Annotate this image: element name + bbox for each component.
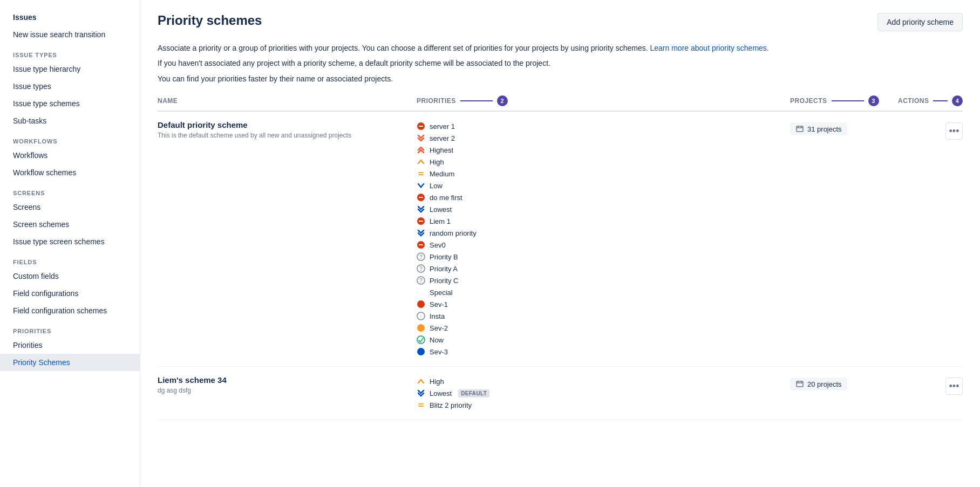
sidebar-item-screen-schemes[interactable]: Screen schemes	[0, 216, 140, 233]
projects-cell: 20 projects	[790, 375, 898, 390]
priority-label: Sev0	[430, 241, 446, 249]
svg-text:?: ?	[419, 278, 423, 284]
svg-rect-1	[419, 126, 423, 127]
priority-item: server 1	[417, 120, 790, 132]
th-name: Name	[158, 95, 417, 106]
svg-rect-3	[418, 174, 424, 175]
priority-item: Lowest	[417, 203, 790, 215]
priority-item: Sev-3	[417, 346, 790, 358]
priority-label: Sev-3	[430, 348, 448, 356]
add-priority-scheme-button[interactable]: Add priority scheme	[877, 13, 963, 31]
sidebar-item-issue-types[interactable]: Issue types	[0, 78, 140, 95]
priority-label: Liem 1	[430, 217, 451, 225]
priority-item: Blitz 2 priority	[417, 399, 790, 411]
sidebar-item-field-configuration-schemes[interactable]: Field configuration schemes	[0, 302, 140, 319]
scheme-row-default: Default priority scheme This is the defa…	[158, 112, 963, 367]
scheme-desc: dg asg dsfg	[158, 387, 417, 394]
priority-item: ?Priority B	[417, 251, 790, 263]
page-header: Priority schemes Add priority scheme	[158, 13, 963, 31]
scheme-name: Default priority scheme	[158, 120, 417, 129]
sidebar-item-screens[interactable]: Screens	[0, 198, 140, 216]
th-actions: Actions 4	[898, 95, 963, 106]
projects-badge: 31 projects	[790, 122, 847, 135]
sidebar-item-priority-schemes[interactable]: Priority Schemes	[0, 354, 140, 371]
sidebar: Issues New issue search transition ISSUE…	[0, 0, 140, 487]
sidebar-section-priorities: PRIORITIES	[0, 319, 140, 337]
priority-icon	[417, 377, 425, 386]
scheme-rows: Default priority scheme This is the defa…	[158, 112, 963, 420]
svg-rect-26	[418, 403, 424, 404]
scheme-name: Liem's scheme 34	[158, 375, 417, 385]
learn-more-link[interactable]: Learn more about priority schemes.	[650, 44, 769, 52]
priority-icon	[417, 193, 425, 202]
sidebar-item-issue-type-hierarchy[interactable]: Issue type hierarchy	[0, 60, 140, 78]
priority-icon	[417, 241, 425, 249]
svg-rect-9	[419, 244, 423, 245]
actions-cell: •••	[898, 375, 963, 395]
projects-count: 31 projects	[807, 125, 842, 133]
sidebar-item-issue-type-screen-schemes[interactable]: Issue type screen schemes	[0, 233, 140, 250]
th-actions-badge: 4	[952, 95, 963, 106]
priority-label: do me first	[430, 194, 462, 202]
sidebar-item-workflows[interactable]: Workflows	[0, 147, 140, 164]
priority-icon	[417, 146, 425, 154]
th-priorities-badge: 2	[497, 95, 508, 106]
sidebar-item-workflow-schemes[interactable]: Workflow schemes	[0, 164, 140, 181]
priority-item: ?Priority C	[417, 275, 790, 286]
priority-label: random priority	[430, 229, 477, 237]
priority-item: Now	[417, 334, 790, 346]
page-title: Priority schemes	[158, 13, 262, 28]
sidebar-item-new-issue-search[interactable]: New issue search transition	[0, 26, 140, 43]
priority-label: Insta	[430, 312, 445, 320]
scheme-actions-button[interactable]: •••	[945, 378, 963, 395]
priority-label: Medium	[430, 170, 454, 178]
priority-label: Sev-2	[430, 324, 448, 332]
sidebar-item-custom-fields[interactable]: Custom fields	[0, 267, 140, 285]
sidebar-item-issues[interactable]: Issues	[0, 9, 140, 26]
description-block: Associate a priority or a group of prior…	[158, 42, 963, 85]
actions-cell: •••	[898, 120, 963, 140]
priority-icon	[417, 217, 425, 225]
sidebar-section-fields: FIELDS	[0, 250, 140, 267]
priority-item: Special	[417, 286, 790, 298]
scheme-actions-button[interactable]: •••	[945, 122, 963, 140]
priority-schemes-table: Name Priorities 2 Projects 3 Actions 4 D…	[158, 95, 963, 420]
priority-label: Highest	[430, 146, 453, 154]
projects-badge: 20 projects	[790, 378, 847, 390]
th-actions-line	[933, 100, 948, 101]
priority-item: Sev-2	[417, 322, 790, 334]
priority-item: ?Priority A	[417, 263, 790, 275]
priority-label: server 2	[430, 134, 455, 142]
svg-rect-27	[418, 406, 424, 407]
th-projects-badge: 3	[868, 95, 879, 106]
priority-item: Sev0	[417, 239, 790, 251]
sidebar-item-field-configurations[interactable]: Field configurations	[0, 285, 140, 302]
priority-label: Special	[430, 289, 453, 297]
priority-icon	[417, 181, 425, 190]
priority-item: Liem 1	[417, 215, 790, 227]
svg-text:?: ?	[419, 254, 423, 260]
priority-label: server 1	[430, 122, 455, 131]
sidebar-item-sub-tasks[interactable]: Sub-tasks	[0, 112, 140, 129]
priority-label: High	[430, 158, 444, 166]
svg-point-19	[417, 324, 425, 332]
priority-label: Lowest	[430, 205, 452, 214]
priorities-cell: HighLowestDEFAULTBlitz 2 priority	[417, 375, 790, 411]
svg-rect-28	[797, 381, 803, 387]
priority-label: Priority B	[430, 253, 458, 261]
priority-item: Medium	[417, 168, 790, 180]
projects-icon	[795, 125, 804, 133]
scheme-desc: This is the default scheme used by all n…	[158, 132, 417, 139]
priority-icon: !	[417, 312, 425, 320]
priority-icon	[417, 205, 425, 214]
desc-2: If you haven't associated any project wi…	[158, 57, 963, 69]
priority-item: High	[417, 375, 790, 387]
priority-item: random priority	[417, 227, 790, 239]
priority-icon	[417, 122, 425, 131]
scheme-row-liems-scheme-34: Liem's scheme 34 dg asg dsfg HighLowestD…	[158, 367, 963, 420]
projects-icon	[795, 380, 804, 388]
priority-icon	[417, 288, 425, 297]
priority-icon	[417, 169, 425, 178]
sidebar-item-issue-type-schemes[interactable]: Issue type schemes	[0, 95, 140, 112]
sidebar-item-priorities[interactable]: Priorities	[0, 337, 140, 354]
